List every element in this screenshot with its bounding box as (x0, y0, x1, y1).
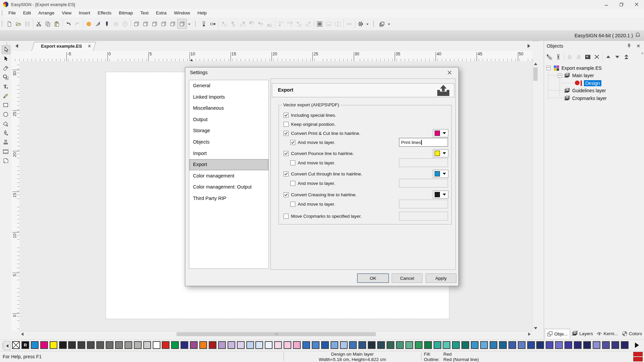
palette-swatch-5[interactable] (78, 341, 85, 349)
palette-swatch-3[interactable] (59, 341, 67, 349)
palette-swatch-32[interactable] (331, 341, 338, 349)
palette-swatch-23[interactable] (246, 341, 254, 349)
palette-swatch-13[interactable] (153, 341, 160, 349)
gear-icon[interactable] (356, 19, 365, 29)
cut-scissors-icon[interactable] (34, 19, 43, 29)
panel-splitter[interactable] (538, 41, 544, 340)
menu-item-effects[interactable]: Effects (94, 9, 115, 17)
palette-swatch-24[interactable] (255, 341, 263, 349)
palette-swatch-33[interactable] (340, 341, 348, 349)
scroll-down-icon[interactable] (533, 325, 538, 331)
palette-swatch-10[interactable] (125, 341, 132, 349)
menu-item-bitmap[interactable]: Bitmap (115, 9, 137, 17)
palette-swatch-46[interactable] (461, 341, 469, 349)
palette-swatch-63[interactable] (621, 341, 629, 349)
menu-item-window[interactable]: Window (170, 9, 194, 17)
horizontal-scroll-thumb[interactable] (177, 332, 376, 336)
menu-item-insert[interactable]: Insert (75, 9, 94, 17)
palette-swatch-60[interactable] (593, 341, 600, 349)
apply-button[interactable]: Apply (426, 273, 456, 283)
toolbar-grip[interactable] (1, 21, 3, 27)
settings-nav-linked-imports[interactable]: Linked Imports (189, 92, 268, 103)
panel-tab-obje[interactable]: Obje... (545, 329, 570, 339)
zoom-tool-icon[interactable] (2, 73, 10, 81)
checked-checkbox[interactable] (284, 131, 289, 136)
menu-item-view[interactable]: View (58, 9, 75, 17)
palette-swatch-61[interactable] (602, 341, 610, 349)
tab-scroll-left-icon[interactable] (15, 44, 18, 48)
notification-bell-icon[interactable] (635, 32, 641, 39)
palette-swatch-7[interactable] (96, 341, 104, 349)
settings-nav-color-management[interactable]: Color management (189, 170, 268, 182)
vertical-scrollbar[interactable] (532, 61, 538, 331)
palette-swatch-21[interactable] (228, 341, 235, 349)
menu-item-text[interactable]: Text (137, 9, 152, 17)
cube-view-icon[interactable] (159, 19, 168, 29)
menu-item-help[interactable]: Help (194, 9, 210, 17)
palette-swatch-29[interactable] (302, 341, 310, 349)
text-tool-icon[interactable]: T (2, 83, 10, 91)
palette-swatch-48[interactable] (480, 341, 488, 349)
tree-item-design[interactable]: Design (544, 80, 601, 87)
tree-item-cropmarks-layer[interactable]: Cropmarks layer (544, 95, 607, 102)
list-view-icon[interactable] (554, 52, 563, 61)
palette-swatch-28[interactable] (293, 341, 301, 349)
copy-icon[interactable] (43, 19, 52, 29)
toolbar-grip[interactable] (195, 21, 196, 27)
palette-swatch-9[interactable] (115, 341, 123, 349)
menu-item-arrange[interactable]: Arrange (35, 9, 58, 17)
settings-nav-general[interactable]: General (189, 80, 268, 92)
cube-view-icon[interactable] (150, 19, 159, 29)
palette-swatch-47[interactable] (471, 341, 479, 349)
undo-icon[interactable] (64, 19, 73, 29)
dimension-tool-icon[interactable] (2, 148, 10, 156)
checked-checkbox[interactable] (284, 192, 289, 197)
palette-swatch-41[interactable] (415, 341, 423, 349)
palette-swatch-50[interactable] (499, 341, 507, 349)
settings-nav-third-party-rip[interactable]: Third Party RIP (189, 193, 268, 204)
tab-close-icon[interactable]: ✕ (88, 44, 91, 49)
toolbar-grip[interactable] (373, 21, 374, 27)
rectangle-tool-icon[interactable] (2, 101, 10, 109)
palette-swatch-8[interactable] (106, 341, 113, 349)
toolbar-grip[interactable] (1, 10, 3, 16)
palette-swatch-52[interactable] (518, 341, 526, 349)
direct-select-arrow-icon[interactable] (2, 55, 10, 63)
panel-tab-layers[interactable]: Layers (570, 329, 595, 338)
palette-swatch-18[interactable] (199, 341, 207, 349)
unchecked-checkbox[interactable] (290, 160, 295, 165)
knife-tool-icon[interactable] (93, 19, 102, 29)
palette-swatch-55[interactable] (546, 341, 553, 349)
toolbar-overflow-icon[interactable]: ›› (641, 51, 643, 55)
checked-checkbox[interactable] (284, 113, 289, 118)
registration-color-swatch[interactable]: R (21, 341, 29, 349)
move-to-top-icon[interactable] (622, 52, 631, 61)
palette-swatch-1[interactable] (40, 341, 48, 349)
line-color-dropdown[interactable] (433, 129, 448, 137)
palette-swatch-45[interactable] (452, 341, 460, 349)
settings-nav-output[interactable]: Output (189, 114, 268, 125)
palette-swatch-15[interactable] (171, 341, 179, 349)
line-color-dropdown[interactable] (433, 170, 448, 178)
snap-vertical-icon[interactable] (199, 19, 208, 29)
weeding-stamp-icon[interactable] (2, 138, 10, 146)
tree-item-main-layer[interactable]: Main layer (544, 72, 594, 79)
palette-previous-icon[interactable] (4, 341, 10, 350)
palette-swatch-56[interactable] (555, 341, 563, 349)
palette-swatch-44[interactable] (443, 341, 450, 349)
cancel-button[interactable]: Cancel (392, 273, 423, 283)
scroll-right-icon[interactable] (527, 331, 532, 337)
settings-nav-miscellaneous[interactable]: Miscellaneous (189, 103, 268, 114)
scroll-left-icon[interactable] (19, 331, 25, 337)
settings-nav-objects[interactable]: Objects (189, 137, 268, 148)
palette-swatch-49[interactable] (490, 341, 497, 349)
toolbar-grip[interactable] (2, 343, 3, 349)
move-down-icon[interactable] (613, 52, 622, 61)
pin-icon[interactable] (627, 43, 632, 50)
dialog-close-icon[interactable] (445, 69, 454, 76)
tree-collapse-icon[interactable] (546, 66, 551, 70)
palette-swatch-36[interactable] (368, 341, 376, 349)
palette-swatch-43[interactable] (434, 341, 441, 349)
palette-swatch-17[interactable] (190, 341, 198, 349)
palette-swatch-39[interactable] (396, 341, 404, 349)
